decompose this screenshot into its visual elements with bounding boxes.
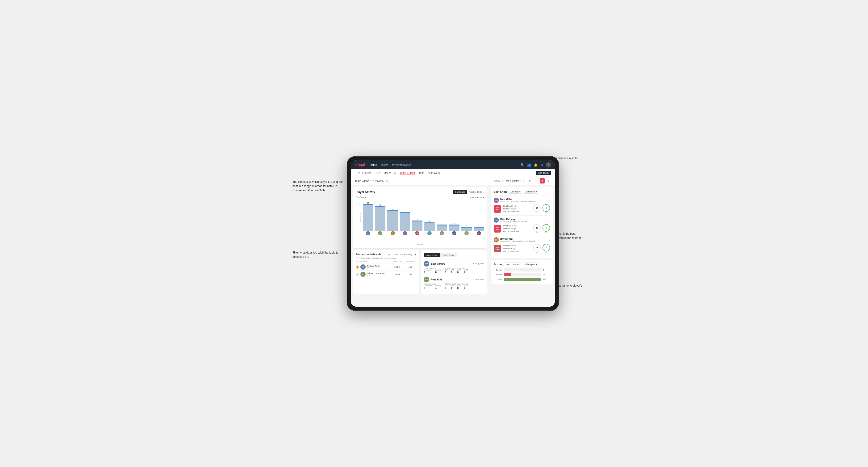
bar-column: 10D bbox=[387, 208, 398, 236]
player-activity-item: BM Blair McHarg 26 Aug 2023 Total Rounds bbox=[424, 259, 484, 275]
subnav-hcaps[interactable]: Hcaps 1-5 bbox=[384, 172, 396, 175]
heart-view-icon[interactable]: ♥ bbox=[540, 178, 545, 184]
leaderboard-drill-dropdown[interactable]: PUTT Must Make Putting ... ▾ bbox=[389, 253, 416, 256]
scoring-bar bbox=[504, 268, 541, 272]
leaderboard-row: 1 RB Richard Butler 🏆 1 19/20 110 bbox=[356, 263, 416, 271]
y-axis-ticks: 15 10 5 0 bbox=[358, 203, 360, 236]
toggle-on-course[interactable]: On Course bbox=[453, 190, 467, 194]
active-tabs: Most Active Least Active bbox=[424, 253, 484, 257]
player-avatar: MM bbox=[494, 198, 499, 203]
player-activity-card: Player Activity On Course Practice Drill… bbox=[353, 187, 487, 248]
nav-link-home[interactable]: Home bbox=[370, 163, 377, 166]
scoring-players-dropdown[interactable]: All Players ▾ bbox=[524, 262, 539, 266]
player-activity-title: Player Activity bbox=[356, 190, 375, 194]
scoring-row-birdies: Birdies 96 bbox=[494, 273, 550, 276]
team-header: Team Clippd | 14 Players ✏️ Show: Last 3… bbox=[351, 177, 555, 185]
search-icon[interactable]: 🔍 bbox=[521, 163, 524, 167]
activity-stats: Total Rounds Tournament 7 Practice bbox=[424, 268, 484, 274]
leaderboard-subtitle: PUTT Must Make Putting (3-6 ft), Last 3 … bbox=[356, 257, 416, 259]
scoring-row-pars: Pars 499 bbox=[494, 278, 550, 281]
subnav-team-clippd[interactable]: Team Clippd bbox=[400, 171, 415, 175]
subnav-tour[interactable]: Tour bbox=[418, 172, 424, 175]
player-activity-header-row: RB Rees Britt 02 Sep 2023 bbox=[424, 277, 484, 282]
player-info: RB Rees Britt bbox=[424, 277, 442, 282]
activity-stats: Total Rounds Tournament 8 Practice bbox=[424, 283, 484, 289]
avatar[interactable]: A bbox=[546, 162, 551, 167]
chevron-right-icon[interactable]: › bbox=[549, 218, 550, 222]
subnav-all-players[interactable]: All Players bbox=[428, 172, 440, 175]
nav-link-myperformance[interactable]: My Performance bbox=[392, 163, 411, 166]
shot-details: 200SG Shot Dist: 67 ydsStart Lie: RoughE… bbox=[494, 204, 550, 214]
player-name: Edward Crossman bbox=[367, 272, 390, 275]
par-dropdown[interactable]: Par 3, 4 & 5s ▾ bbox=[505, 262, 522, 266]
bar-rect bbox=[461, 227, 472, 231]
main-content: Player Activity On Course Practice Drill… bbox=[351, 185, 555, 307]
shot-item: DF David Ford 24 Aug 2023 · Royal North … bbox=[494, 235, 550, 255]
player-name: Rees Britt bbox=[431, 278, 442, 281]
view-icons: ⊞ ☰ ♥ ⚙ bbox=[527, 178, 551, 184]
tournament-value: 7 bbox=[424, 271, 432, 274]
scoring-header: Scoring Par 3, 4 & 5s ▾ All Players ▾ bbox=[494, 262, 550, 266]
best-shots-card: Best Shots All Shots ▾ All Players ▾ bbox=[491, 187, 553, 258]
player-avatar: R bbox=[440, 231, 444, 236]
scoring-chart: Eagles 3 Birdies bbox=[494, 268, 550, 281]
scoring-value: 499 bbox=[543, 278, 550, 280]
top-nav: clippd Home Teams My Performance 🔍 👥 🔔 ⊕… bbox=[351, 160, 555, 169]
chevron-down-icon: ▾ bbox=[483, 196, 484, 198]
shot-metric-dist: 16 yds bbox=[533, 244, 540, 253]
all-shots-dropdown[interactable]: All Shots ▾ bbox=[508, 190, 522, 194]
show-dropdown[interactable]: Last 3 months ▾ bbox=[502, 179, 524, 183]
tab-least-active[interactable]: Least Active bbox=[440, 253, 457, 257]
nav-link-teams[interactable]: Teams bbox=[381, 163, 388, 166]
shot-player-info: BM Blair McHarg 23 Jul 2023 · Ashridge G… bbox=[494, 217, 527, 223]
player-avatar: J bbox=[403, 231, 407, 236]
scoring-bar bbox=[504, 278, 541, 281]
edit-icon[interactable]: ✏️ bbox=[385, 180, 389, 183]
player-avatar: RB bbox=[424, 277, 429, 282]
trophy-icon: 🏆 1 bbox=[367, 267, 390, 269]
total-rounds-dropdown[interactable]: Total Rounds ▾ bbox=[470, 196, 484, 198]
toggle-practice-drills[interactable]: Practice Drills bbox=[467, 190, 484, 194]
player-avatar: E bbox=[464, 231, 469, 236]
leaderboard-row: 2 EC Edward Crossman ⬆ 2 18/20 107 bbox=[356, 271, 416, 278]
subnav-pga[interactable]: PGA bbox=[375, 172, 380, 175]
subnav-pgat[interactable]: PGAT Players bbox=[355, 172, 371, 175]
chevron-down-icon: ▾ bbox=[536, 263, 537, 266]
grid-view-icon[interactable]: ⊞ bbox=[527, 178, 533, 184]
bar-rect bbox=[363, 204, 373, 231]
users-icon[interactable]: 👥 bbox=[527, 163, 531, 167]
plus-circle-icon[interactable]: ⊕ bbox=[540, 163, 543, 167]
bar-column: 3M bbox=[449, 223, 459, 236]
rank-badge-2: 2 bbox=[356, 273, 359, 276]
chevron-right-icon[interactable]: › bbox=[549, 238, 550, 242]
chevron-down-icon: ▾ bbox=[519, 263, 521, 266]
player-name: Blair McHarg bbox=[500, 218, 527, 220]
player-activity-header-row: BM Blair McHarg 26 Aug 2023 bbox=[424, 261, 484, 267]
chevron-right-icon[interactable]: › bbox=[549, 198, 550, 202]
shot-badge: 200SG bbox=[494, 205, 501, 213]
player-activity-item: RB Rees Britt 02 Sep 2023 Total Rounds bbox=[424, 275, 484, 291]
list-view-icon[interactable]: ☰ bbox=[533, 178, 539, 184]
show-label: Show: bbox=[494, 180, 500, 182]
add-team-button[interactable]: Add Team bbox=[536, 171, 551, 175]
activity-toggle-group: On Course Practice Drills bbox=[453, 190, 484, 194]
player-name: Richard Butler bbox=[367, 265, 390, 267]
player-name: Blair McHarg bbox=[431, 262, 445, 265]
player-avatar: D bbox=[391, 231, 395, 236]
shot-player-info: MM Matt Miller 09 Jun 2023 · Royal North… bbox=[494, 198, 535, 203]
practice-activities-stat: Total Practice Activities GTT 0 APP bbox=[445, 283, 468, 289]
settings-icon[interactable]: ⚙ bbox=[546, 178, 551, 184]
tab-most-active[interactable]: Most Active bbox=[424, 253, 440, 257]
scoring-row-eagles: Eagles 3 bbox=[494, 268, 550, 272]
bar-column: 9J bbox=[400, 210, 410, 236]
scoring-label: Pars bbox=[494, 278, 502, 280]
bell-icon[interactable]: 🔔 bbox=[534, 163, 537, 167]
all-players-dropdown[interactable]: All Players ▾ bbox=[524, 190, 539, 194]
lb-avg: 110 bbox=[404, 266, 416, 268]
player-avatar: EC bbox=[361, 272, 366, 277]
best-shots-title: Best Shots bbox=[494, 190, 507, 193]
leaderboard-title: Practice Leaderboards bbox=[356, 253, 381, 256]
bar-value-label: 10 bbox=[392, 208, 394, 210]
x-axis-label: Players bbox=[356, 243, 484, 246]
chevron-down-icon: ▾ bbox=[415, 253, 416, 256]
